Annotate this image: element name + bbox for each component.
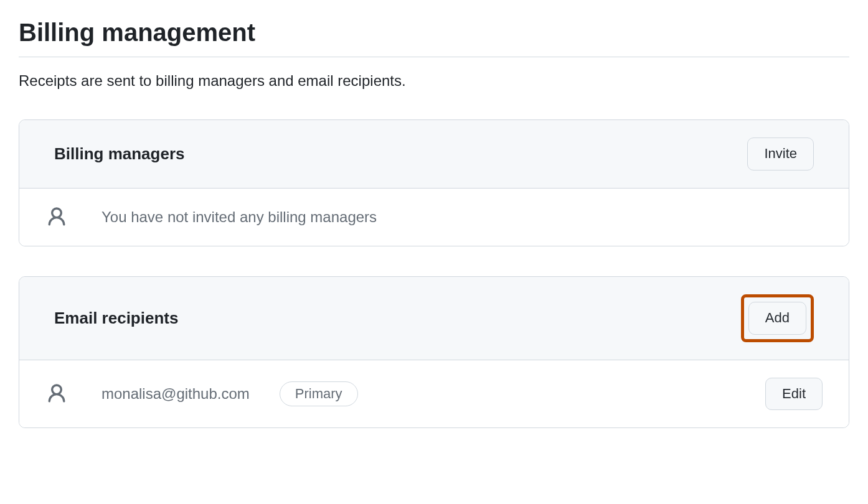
primary-badge: Primary <box>280 381 358 406</box>
person-icon <box>45 206 68 228</box>
email-recipient-row: monalisa@github.com Primary Edit <box>19 360 849 428</box>
email-recipients-panel: Email recipients Add monalisa@github.com… <box>19 276 849 429</box>
edit-button[interactable]: Edit <box>765 378 823 411</box>
page-title: Billing management <box>19 19 849 57</box>
email-recipients-header: Email recipients Add <box>19 277 849 360</box>
billing-managers-title: Billing managers <box>54 144 185 164</box>
person-icon <box>45 383 68 405</box>
page-description: Receipts are sent to billing managers an… <box>19 72 849 90</box>
add-button[interactable]: Add <box>748 302 806 335</box>
email-recipients-title: Email recipients <box>54 309 178 328</box>
email-recipient-content: monalisa@github.com Primary <box>101 381 732 406</box>
add-button-highlight: Add <box>741 294 814 342</box>
email-address: monalisa@github.com <box>101 385 250 403</box>
invite-button[interactable]: Invite <box>747 138 814 170</box>
billing-managers-header: Billing managers Invite <box>19 120 849 189</box>
billing-managers-empty-row: You have not invited any billing manager… <box>19 189 849 246</box>
billing-managers-empty-text: You have not invited any billing manager… <box>101 208 823 226</box>
billing-managers-panel: Billing managers Invite You have not inv… <box>19 119 849 246</box>
